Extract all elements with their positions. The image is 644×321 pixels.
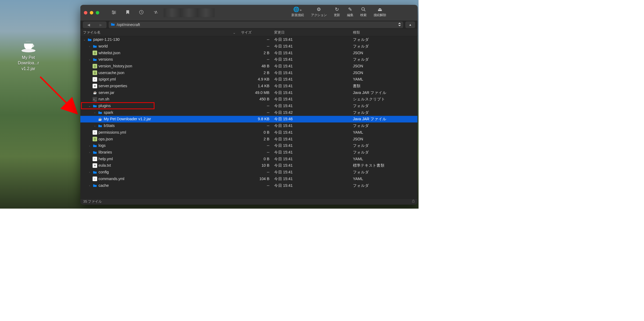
file-size: -- <box>239 123 273 128</box>
column-kind-header[interactable]: 種類 <box>351 30 418 35</box>
file-kind: フォルダ <box>351 57 418 62</box>
file-size: 450 B <box>239 97 273 101</box>
file-name: usercache.json <box>99 71 124 75</box>
file-row[interactable]: ⌄paper-1.21-130--今日 15:41フォルダ <box>80 36 418 43</box>
path-field[interactable]: /opt/minecraft <box>109 21 403 28</box>
props-icon: ≡ <box>93 84 97 88</box>
file-size: 0 B <box>239 130 273 135</box>
folder-icon <box>93 44 97 49</box>
file-row[interactable]: {}ops.json2 B今日 15:41JSON <box>80 136 418 143</box>
file-row[interactable]: ≡server.properties1.4 KB今日 15:41書類 <box>80 83 418 89</box>
nav-forward-button[interactable]: ▶ <box>95 21 106 28</box>
file-row[interactable]: ⌄plugins--今日 15:41フォルダ <box>80 103 418 109</box>
history-icon[interactable] <box>139 10 144 16</box>
yaml-icon: ! <box>93 157 97 161</box>
file-row[interactable]: ›config--今日 15:41フォルダ <box>80 169 418 176</box>
file-row[interactable]: ›logs--今日 15:41フォルダ <box>80 142 418 149</box>
status-bar: 35 ファイル <box>80 198 418 205</box>
file-row[interactable]: {}version_history.json48 B今日 15:41JSON <box>80 63 418 70</box>
file-name: permissions.yml <box>99 130 126 135</box>
folder-icon <box>93 170 97 174</box>
file-kind: フォルダ <box>351 37 418 42</box>
nav-back-button[interactable]: ◀ <box>83 21 95 28</box>
disconnect-button[interactable]: ⏏ 接続解除 <box>374 6 386 17</box>
file-row[interactable]: ›libraries--今日 15:41フォルダ <box>80 149 418 156</box>
file-kind: シェルスクリプト <box>351 97 418 102</box>
maximize-window-button[interactable] <box>96 11 99 14</box>
file-row[interactable]: {}whitelist.json2 B今日 15:41JSON <box>80 50 418 56</box>
file-kind: JSON <box>351 71 418 75</box>
file-row[interactable]: ☕server.jar49.0 MB今日 15:41Java JAR ファイル <box>80 89 418 96</box>
disclosure-icon[interactable]: › <box>93 124 96 127</box>
file-row[interactable]: ☕My Pet Downloader v1.2.jar9.8 KB今日 15:4… <box>80 116 418 123</box>
file-name: server.properties <box>99 84 127 88</box>
txt-icon: ≡ <box>93 163 97 168</box>
folder-icon <box>93 183 97 188</box>
file-date: 今日 15:41 <box>273 57 351 62</box>
folder-icon <box>111 23 115 27</box>
file-row[interactable]: ≡eula.txt10 B今日 15:41標準テキスト書類 <box>80 162 418 169</box>
file-name: versions <box>99 57 113 62</box>
settings-icon[interactable] <box>112 10 116 15</box>
disclosure-icon[interactable]: ⌄ <box>83 38 86 41</box>
file-size: -- <box>239 170 273 174</box>
desktop-file-label-1: My Pet <box>13 55 44 60</box>
desktop-file-label-2: Downloa...r v1.2.jar <box>13 60 44 71</box>
gear-icon: ⚙︎ <box>317 6 321 12</box>
transfer-icon[interactable] <box>153 10 159 15</box>
file-date: 今日 15:46 <box>273 116 351 122</box>
lock-icon <box>412 199 415 204</box>
disclosure-icon[interactable]: ⌄ <box>88 104 91 108</box>
json-icon: {} <box>93 64 97 68</box>
minimize-window-button[interactable] <box>90 11 93 14</box>
bookmark-icon[interactable] <box>126 10 130 16</box>
file-row[interactable]: ›bStats--今日 15:41フォルダ <box>80 122 418 129</box>
column-date-header[interactable]: 変更日 <box>273 30 351 35</box>
disclosure-icon[interactable]: › <box>93 111 96 114</box>
file-row[interactable]: !spigot.yml4.9 KB今日 15:41YAML <box>80 76 418 83</box>
file-row[interactable]: ›world--今日 15:41フォルダ <box>80 43 418 50</box>
disclosure-icon[interactable]: › <box>88 58 91 61</box>
disclosure-icon[interactable]: › <box>88 171 91 174</box>
file-date: 今日 15:41 <box>273 97 351 102</box>
desktop-file-icon[interactable]: 〰〰 My Pet Downloa...r v1.2.jar <box>13 42 44 71</box>
disclosure-icon[interactable]: › <box>88 151 91 154</box>
file-date: 今日 15:41 <box>273 103 351 109</box>
new-connection-button[interactable]: 🌐₊ 新規接続 <box>291 6 304 17</box>
close-window-button[interactable] <box>84 11 87 14</box>
refresh-button[interactable]: ↻ 更新 <box>334 6 340 17</box>
disclosure-icon[interactable]: › <box>88 45 91 48</box>
disclosure-icon[interactable]: › <box>88 144 91 147</box>
file-row[interactable]: ›versions--今日 15:41フォルダ <box>80 56 418 63</box>
file-date: 今日 15:41 <box>273 83 351 89</box>
search-button[interactable]: 検索 <box>360 6 366 17</box>
file-row[interactable]: {}usercache.json2 B今日 15:41JSON <box>80 70 418 76</box>
file-size: -- <box>239 110 273 115</box>
path-dropdown-icon[interactable] <box>398 22 401 27</box>
go-up-button[interactable]: ▲ <box>405 21 415 28</box>
file-row[interactable]: !help.yml0 B今日 15:41YAML <box>80 156 418 162</box>
file-name: run.sh <box>99 97 109 101</box>
folder-icon <box>98 110 102 115</box>
file-row[interactable]: !permissions.yml0 B今日 15:41YAML <box>80 129 418 136</box>
action-button[interactable]: ⚙︎ アクション <box>311 6 327 17</box>
folder-icon <box>87 37 92 42</box>
file-kind: JSON <box>351 51 418 55</box>
disclosure-icon[interactable]: › <box>88 184 91 187</box>
column-name-header[interactable]: ファイル名⌄ <box>80 30 239 35</box>
edit-button[interactable]: ✎ 編集 <box>347 6 353 17</box>
file-kind: フォルダ <box>351 110 418 115</box>
column-size-header[interactable]: サイズ <box>239 30 273 35</box>
file-date: 今日 15:42 <box>273 110 351 115</box>
file-row[interactable]: ›_run.sh450 B今日 15:41シェルスクリプト <box>80 96 418 103</box>
file-row[interactable]: !commands.yml104 B今日 15:41YAML <box>80 176 418 182</box>
file-row[interactable]: ›cache--今日 15:41フォルダ <box>80 182 418 189</box>
arrow-annotation <box>35 72 84 121</box>
json-icon: {} <box>93 51 97 55</box>
file-list[interactable]: ⌄paper-1.21-130--今日 15:41フォルダ›world--今日 … <box>80 36 418 197</box>
file-size: -- <box>239 44 273 49</box>
status-text: 35 ファイル <box>83 199 102 204</box>
file-kind: YAML <box>351 77 418 82</box>
file-row[interactable]: ›spark--今日 15:42フォルダ <box>80 109 418 116</box>
file-name: server.jar <box>99 90 115 95</box>
